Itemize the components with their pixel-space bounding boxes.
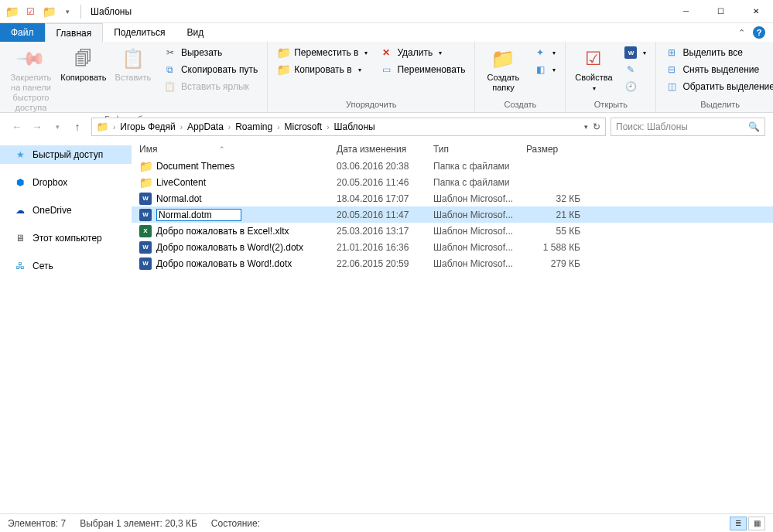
tab-home[interactable]: Главная xyxy=(45,23,104,42)
sidebar-dropbox[interactable]: ⬢Dropbox xyxy=(0,173,132,192)
paste-button[interactable]: 📋 Вставить xyxy=(110,43,156,83)
file-size: 21 КБ xyxy=(526,210,588,220)
invert-icon: ◫ xyxy=(665,80,678,93)
status-bar: Элементов: 7 Выбран 1 элемент: 20,3 КБ С… xyxy=(0,513,773,532)
delete-button[interactable]: ✕Удалить▾ xyxy=(375,45,470,60)
nav-recent-button[interactable]: ▾ xyxy=(48,118,67,136)
excel-icon: X xyxy=(139,225,152,237)
qat-properties-icon[interactable]: ☑ xyxy=(22,3,39,20)
history-icon: 🕘 xyxy=(624,80,637,93)
file-name: Добро пожаловать в Word!.dotx xyxy=(156,258,292,269)
file-type: Шаблон Microsof... xyxy=(433,226,526,237)
properties-button[interactable]: ☑ Свойства▾ xyxy=(570,43,617,94)
invert-selection-button[interactable]: ◫Обратить выделение xyxy=(661,79,773,94)
copy-path-button[interactable]: ⧉Скопировать путь xyxy=(159,62,262,77)
file-row[interactable]: XДобро пожаловать в Excel!.xltx25.03.201… xyxy=(132,223,773,239)
history-button[interactable]: 🕘 xyxy=(620,79,651,94)
pin-button[interactable]: 📌 Закрепить на панели быстрого доступа xyxy=(5,43,57,113)
file-name: Добро пожаловать в Word!(2).dotx xyxy=(156,242,303,253)
copy-to-button[interactable]: 📁Копировать в▾ xyxy=(272,62,372,77)
maximize-button[interactable]: ☐ xyxy=(703,0,738,23)
file-row[interactable]: WДобро пожаловать в Word!(2).dotx21.01.2… xyxy=(132,239,773,255)
select-none-icon: ⊟ xyxy=(665,63,678,76)
chevron-right-icon[interactable]: › xyxy=(111,123,117,131)
file-type: Шаблон Microsof... xyxy=(433,258,526,269)
sidebar-quick-access[interactable]: ★Быстрый доступ xyxy=(0,145,132,164)
ribbon-expand-icon[interactable]: ⌃ xyxy=(738,28,745,38)
breadcrumb-item[interactable]: Microsoft xyxy=(282,121,326,132)
copy-button[interactable]: 🗐 Копировать xyxy=(60,43,107,83)
view-icons-button[interactable]: ▦ xyxy=(748,517,765,530)
open-with-button[interactable]: W▾ xyxy=(620,45,651,60)
column-type[interactable]: Тип xyxy=(433,144,526,155)
address-dropdown-icon[interactable]: ▾ xyxy=(584,123,588,131)
sidebar-network[interactable]: 🖧Сеть xyxy=(0,257,132,275)
close-button[interactable]: ✕ xyxy=(738,0,773,23)
address-bar[interactable]: 📁 › Игорь Федяй› AppData› Roaming› Micro… xyxy=(91,118,606,136)
tab-file[interactable]: Файл xyxy=(0,23,45,42)
file-row[interactable]: 📁Document Themes03.06.2016 20:38Папка с … xyxy=(132,158,773,174)
nav-up-button[interactable]: ↑ xyxy=(68,118,87,136)
breadcrumb-item[interactable]: Шаблоны xyxy=(331,121,378,132)
easy-access-button[interactable]: ◧▾ xyxy=(529,62,560,77)
dropbox-icon: ⬢ xyxy=(14,176,26,189)
breadcrumb-item[interactable]: Игорь Федяй xyxy=(117,121,178,132)
select-all-button[interactable]: ⊞Выделить все xyxy=(661,45,773,60)
ribbon: 📌 Закрепить на панели быстрого доступа 🗐… xyxy=(0,42,773,113)
file-date: 20.05.2016 11:46 xyxy=(337,177,433,188)
chevron-down-icon: ▾ xyxy=(364,49,368,56)
column-name[interactable]: Имя⌃ xyxy=(139,144,337,155)
nav-back-button[interactable]: ← xyxy=(8,118,26,136)
sidebar-this-pc[interactable]: 🖥Этот компьютер xyxy=(0,229,132,247)
select-all-icon: ⊞ xyxy=(665,46,678,59)
select-none-button[interactable]: ⊟Снять выделение xyxy=(661,62,773,77)
edit-button[interactable]: ✎ xyxy=(620,62,651,77)
rename-button[interactable]: ▭Переименовать xyxy=(375,62,470,77)
file-name: Normal.dot xyxy=(156,193,202,204)
new-folder-button[interactable]: 📁 Создать папку xyxy=(480,43,526,93)
minimize-button[interactable]: ─ xyxy=(669,0,703,23)
chevron-down-icon: ▾ xyxy=(358,66,361,73)
breadcrumb-item[interactable]: AppData xyxy=(184,121,227,132)
column-date[interactable]: Дата изменения xyxy=(337,144,433,155)
word-icon: W xyxy=(139,209,152,221)
tab-view[interactable]: Вид xyxy=(176,23,214,42)
file-date: 20.05.2016 11:47 xyxy=(337,210,433,220)
rename-icon: ▭ xyxy=(380,63,392,76)
help-icon[interactable]: ? xyxy=(753,26,765,39)
column-size[interactable]: Размер xyxy=(526,144,588,155)
pin-icon: 📌 xyxy=(13,41,48,76)
file-type: Папка с файлами xyxy=(433,177,526,188)
qat-folder-icon[interactable]: 📁 xyxy=(3,3,20,20)
file-row[interactable]: 📁LiveContent20.05.2016 11:46Папка с файл… xyxy=(132,174,773,190)
rename-input[interactable] xyxy=(156,209,241,221)
file-name: Document Themes xyxy=(156,161,234,172)
new-item-button[interactable]: ✦▾ xyxy=(529,45,560,60)
file-date: 18.04.2016 17:07 xyxy=(337,193,433,204)
search-input[interactable]: Поиск: Шаблоны 🔍 xyxy=(611,118,765,136)
search-icon[interactable]: 🔍 xyxy=(748,121,760,132)
file-row[interactable]: WДобро пожаловать в Word!.dotx22.06.2015… xyxy=(132,255,773,271)
refresh-icon[interactable]: ↻ xyxy=(593,121,600,132)
tab-share[interactable]: Поделиться xyxy=(103,23,176,42)
window-title: Шаблоны xyxy=(84,6,669,17)
file-name: LiveContent xyxy=(156,177,206,188)
copy-to-icon: 📁 xyxy=(277,63,289,76)
status-selection: Выбран 1 элемент: 20,3 КБ xyxy=(80,518,197,529)
breadcrumb-item[interactable]: Roaming xyxy=(232,121,275,132)
sidebar-onedrive[interactable]: ☁OneDrive xyxy=(0,201,132,220)
pc-icon: 🖥 xyxy=(14,232,26,244)
word-icon: W xyxy=(139,241,152,254)
paste-icon: 📋 xyxy=(121,46,145,71)
paste-shortcut-button[interactable]: 📋Вставить ярлык xyxy=(159,79,262,94)
nav-forward-button[interactable]: → xyxy=(28,118,46,136)
move-to-button[interactable]: 📁Переместить в▾ xyxy=(272,45,372,60)
file-list[interactable]: 📁Document Themes03.06.2016 20:38Папка с … xyxy=(132,158,773,513)
cut-button[interactable]: ✂Вырезать xyxy=(159,45,262,60)
qat-folder2-icon[interactable]: 📁 xyxy=(40,3,57,20)
file-row[interactable]: W20.05.2016 11:47Шаблон Microsof...21 КБ xyxy=(132,206,773,223)
copy-icon: 🗐 xyxy=(71,46,96,71)
view-details-button[interactable]: ≣ xyxy=(730,517,747,530)
file-row[interactable]: WNormal.dot18.04.2016 17:07Шаблон Micros… xyxy=(132,190,773,206)
qat-dropdown-icon[interactable]: ▾ xyxy=(59,3,76,20)
